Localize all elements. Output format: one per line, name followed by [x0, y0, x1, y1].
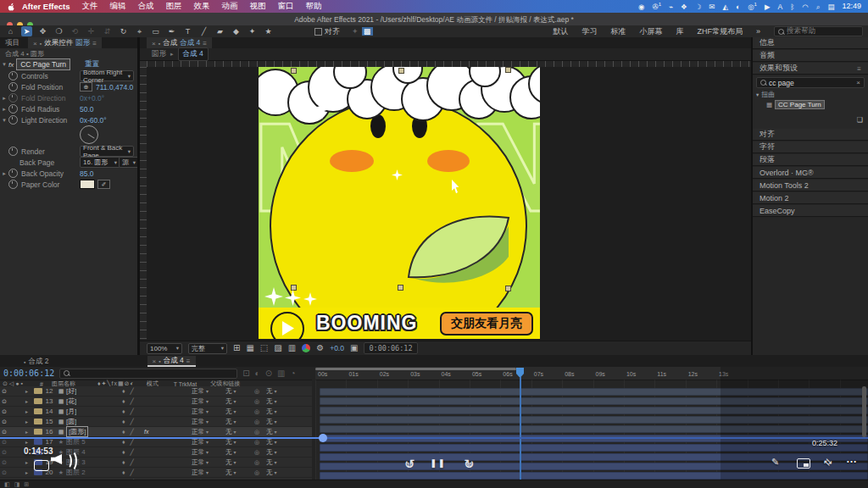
- status-icon[interactable]: ✇1: [653, 2, 661, 11]
- shy-icon[interactable]: ⊙: [265, 369, 272, 378]
- blend-mode-dropdown[interactable]: 正常: [192, 428, 209, 436]
- back-opacity-value[interactable]: 85.0: [80, 169, 94, 178]
- label-color-chip[interactable]: [34, 449, 42, 455]
- trkmat-dropdown[interactable]: 无: [225, 418, 236, 426]
- panel-header[interactable]: Motion 2: [753, 192, 868, 204]
- panel-header[interactable]: 音频: [753, 50, 868, 62]
- layer-name[interactable]: 图层 2: [66, 468, 86, 477]
- layer-expander-icon[interactable]: ▸: [25, 429, 34, 435]
- pixel-aspect-icon[interactable]: ▥: [288, 344, 296, 352]
- tool-button[interactable]: ↻: [118, 26, 129, 36]
- tool-button[interactable]: ✦: [247, 26, 258, 36]
- tab-comp-4[interactable]: 合成 4: [147, 356, 196, 367]
- param-expander-icon[interactable]: ▾: [0, 117, 8, 124]
- paper-color-swatch[interactable]: [80, 180, 95, 189]
- workspace-tab[interactable]: 小屏幕: [639, 26, 662, 37]
- ruler-origin-box[interactable]: [140, 61, 147, 67]
- visibility-toggle[interactable]: ⊙: [0, 408, 8, 415]
- panel-header[interactable]: 字符: [753, 141, 868, 153]
- parent-pickwhip-icon[interactable]: ◎: [254, 408, 259, 415]
- effects-result-row[interactable]: ▦ CC Page Turn: [766, 99, 865, 109]
- layer-expander-icon[interactable]: ▸: [25, 449, 34, 455]
- tool-button[interactable]: T: [182, 26, 193, 36]
- viewer-ruler-top[interactable]: [147, 61, 751, 67]
- menubar-menu-item[interactable]: 动画: [222, 1, 238, 12]
- menubar-menu-item[interactable]: 编辑: [110, 1, 126, 12]
- angle-dial[interactable]: [80, 125, 98, 144]
- settings-gear-icon[interactable]: ⚙: [316, 344, 324, 352]
- status-icon[interactable]: ❖: [681, 2, 687, 11]
- parent-dropdown[interactable]: 无: [266, 458, 277, 467]
- apply-preset-icon[interactable]: ❏: [857, 116, 863, 124]
- transparency-grid-icon[interactable]: ▨: [274, 344, 281, 352]
- parent-dropdown[interactable]: 无: [266, 387, 277, 396]
- layer-name[interactable]: [圆]: [66, 417, 76, 426]
- layer-row[interactable]: ⊙ ▸ 18 ★ 图层 4 正常 无 ◎ 无: [0, 447, 312, 458]
- close-icon[interactable]: [152, 39, 156, 47]
- layer-switches-icons[interactable]: [122, 438, 136, 446]
- panel-menu-icon[interactable]: [857, 64, 861, 73]
- tool-button[interactable]: ➤: [21, 26, 32, 36]
- light-direction-value[interactable]: 0x-60.0°: [80, 116, 107, 125]
- layer-name[interactable]: 图层 4: [66, 447, 86, 457]
- effects-category-row[interactable]: ▾扭曲: [756, 90, 865, 99]
- fold-position-value[interactable]: 711.0,474.0: [96, 83, 133, 92]
- parent-dropdown[interactable]: 无: [266, 469, 277, 477]
- parent-pickwhip-icon[interactable]: ◎: [254, 388, 259, 395]
- motion-blur-icon[interactable]: ◔: [291, 369, 296, 378]
- tool-button[interactable]: ▰: [214, 26, 225, 36]
- layer-expander-icon[interactable]: ▸: [25, 408, 34, 414]
- layer-row[interactable]: ⊙ ▸ 15 ▦ [圆] 正常 无 ◎ 无: [0, 417, 312, 427]
- menubar-menu-item[interactable]: 文件: [82, 1, 98, 12]
- status-icon[interactable]: ✉: [709, 2, 715, 11]
- status-icon[interactable]: A: [777, 2, 782, 11]
- panel-menu-icon[interactable]: [92, 39, 97, 47]
- layer-handle[interactable]: [291, 68, 297, 74]
- visibility-toggle[interactable]: ⊙: [0, 469, 8, 476]
- effects-search-box[interactable]: cc page ×: [756, 77, 865, 88]
- visibility-toggle[interactable]: ⊙: [0, 388, 8, 395]
- layer-switches-icons[interactable]: [122, 428, 136, 435]
- clear-search-icon[interactable]: ×: [856, 79, 860, 86]
- layer-row[interactable]: ⊙ ▸ 16 ▦ [圆形] fx 正常 无 ◎ 无: [0, 427, 312, 437]
- status-icon[interactable]: ⌁: [669, 2, 673, 11]
- layer-row[interactable]: ⊙ ▸ 12 ▦ [好] 正常 无 ◎ 无: [0, 386, 312, 396]
- breadcrumb-parent[interactable]: 圆形: [152, 49, 166, 59]
- work-area-bar[interactable]: [315, 368, 516, 370]
- visibility-toggle[interactable]: ⊙: [0, 398, 8, 405]
- trkmat-dropdown[interactable]: 无: [225, 438, 236, 446]
- workspace-more-chevron[interactable]: »: [756, 27, 760, 36]
- layer-expander-icon[interactable]: ▸: [25, 388, 34, 394]
- trkmat-dropdown[interactable]: 无: [225, 458, 236, 467]
- stopwatch-icon[interactable]: [8, 93, 18, 103]
- mask-visibility-icon[interactable]: ▩: [362, 27, 373, 36]
- tool-button[interactable]: ✒: [166, 26, 177, 36]
- panel-header-effects-presets[interactable]: 效果和预设: [753, 63, 868, 75]
- blend-mode-dropdown[interactable]: 正常: [192, 408, 209, 416]
- exposure-value[interactable]: +0.0: [330, 344, 344, 352]
- layer-name[interactable]: [好]: [66, 386, 76, 396]
- stopwatch-icon[interactable]: [8, 104, 18, 114]
- visibility-toggle[interactable]: ⊙: [0, 419, 8, 425]
- layer-name[interactable]: [月]: [66, 407, 76, 416]
- tab-comp-2[interactable]: 合成 2: [19, 356, 54, 367]
- effect-name[interactable]: CC Page Turn: [16, 58, 70, 70]
- visibility-toggle[interactable]: ⊙: [0, 459, 8, 466]
- tool-button[interactable]: ╱: [198, 26, 209, 36]
- panel-header[interactable]: EaseCopy: [753, 205, 868, 217]
- layer-switches-icons[interactable]: [122, 418, 136, 425]
- label-color-chip[interactable]: [34, 398, 42, 404]
- effects-search-value[interactable]: cc page: [769, 79, 794, 87]
- tool-button[interactable]: ▭: [150, 26, 161, 36]
- timeline-scrollbar[interactable]: [862, 386, 866, 437]
- tool-button[interactable]: ⟲: [70, 26, 81, 36]
- status-icon[interactable]: ◠: [802, 2, 808, 11]
- status-icon[interactable]: ◎1: [748, 2, 757, 11]
- stopwatch-icon[interactable]: [8, 147, 18, 156]
- playhead-line[interactable]: [520, 377, 521, 480]
- blend-mode-dropdown[interactable]: 正常: [192, 387, 209, 396]
- blend-mode-dropdown[interactable]: 正常: [192, 469, 209, 477]
- panel-header[interactable]: 信息: [753, 37, 868, 49]
- parent-dropdown[interactable]: 无: [266, 397, 277, 406]
- timeline-search-box[interactable]: [59, 369, 237, 379]
